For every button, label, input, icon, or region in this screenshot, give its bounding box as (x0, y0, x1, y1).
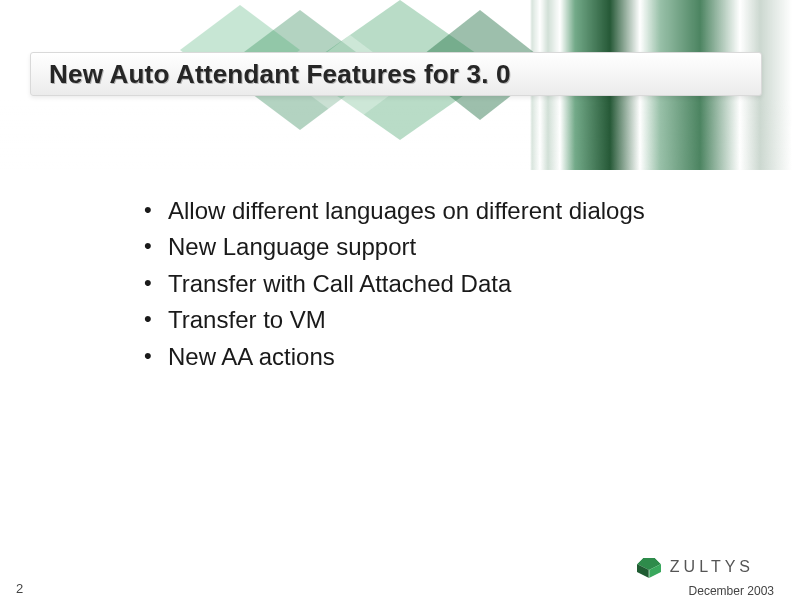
bullet-list: Allow different languages on different d… (140, 195, 700, 377)
bullet-item: New AA actions (140, 341, 700, 373)
brand-logo: ZULTYS (636, 556, 754, 578)
footer-date: December 2003 (689, 584, 774, 598)
slide-title: New Auto Attendant Features for 3. 0 (49, 59, 511, 90)
bullet-item: Allow different languages on different d… (140, 195, 700, 227)
title-bar: New Auto Attendant Features for 3. 0 (30, 52, 762, 96)
bullet-item: Transfer with Call Attached Data (140, 268, 700, 300)
bullet-item: Transfer to VM (140, 304, 700, 336)
page-number: 2 (16, 581, 23, 596)
bullet-item: New Language support (140, 231, 700, 263)
logo-cube-icon (636, 556, 662, 578)
logo-text: ZULTYS (670, 558, 754, 576)
